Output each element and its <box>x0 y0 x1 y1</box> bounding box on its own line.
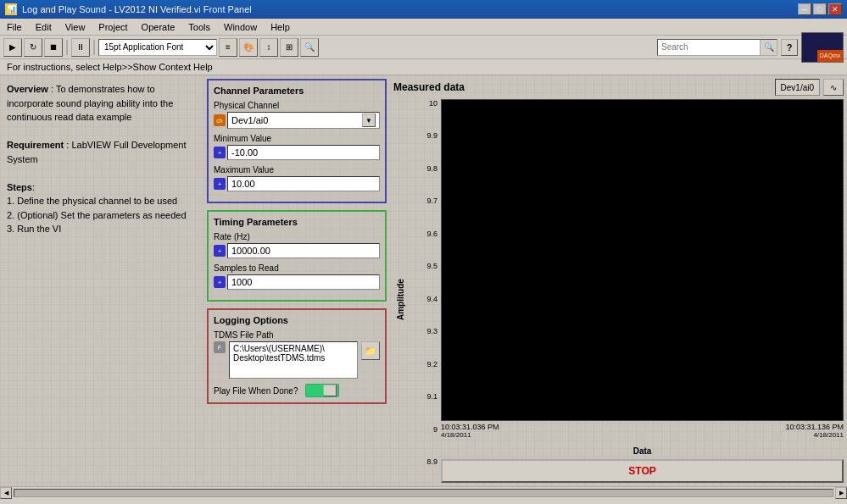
channel-icon: ch <box>214 114 226 126</box>
samples-row: + 1000 <box>214 274 380 290</box>
step-1: 1. Define the physical channel to be use… <box>7 194 197 208</box>
physical-channel-label: Physical Channel <box>214 101 380 110</box>
scroll-left-button[interactable]: ◀ <box>0 487 12 499</box>
toolbar-separator-2 <box>93 40 95 55</box>
window-icon: 📊 <box>5 3 17 15</box>
zoom-btn[interactable]: 🔍 <box>300 38 319 57</box>
samples-input[interactable]: 1000 <box>227 274 380 290</box>
overview-label: Overview <box>7 84 48 94</box>
context-text: For instructions, select Help>>Show Cont… <box>7 62 213 72</box>
tdms-label: TDMS File Path <box>214 330 380 340</box>
x-axis: 10:03:31.036 PM 4/18/2011 10:03:31.136 P… <box>441 421 844 446</box>
pause-button[interactable]: ⏸ <box>71 38 90 57</box>
toolbar-separator-1 <box>66 40 68 55</box>
timing-params-title: Timing Parameters <box>214 217 380 227</box>
font-selector[interactable]: 15pt Application Font <box>98 39 217 56</box>
numeric-icon-min: + <box>214 147 226 158</box>
run-button[interactable]: ▶ <box>3 38 22 57</box>
physical-channel-row: ch Dev1/ai0 ▼ <box>214 112 380 129</box>
numeric-icon-max: + <box>214 178 226 190</box>
toolbar: ▶ ↻ ⏹ ⏸ 15pt Application Font ≡ 🎨 ↕ ⊞ 🔍 … <box>0 36 847 59</box>
menu-help[interactable]: Help <box>264 21 297 33</box>
rate-label: Rate (Hz) <box>214 232 380 241</box>
help-button[interactable]: ? <box>781 39 798 56</box>
numeric-icon-samples: + <box>214 276 226 288</box>
abort-button[interactable]: ⏹ <box>44 38 63 57</box>
dropdown-arrow-icon[interactable]: ▼ <box>362 114 376 127</box>
folder-browse-button[interactable]: 📁 <box>361 341 380 360</box>
tdms-path-input[interactable]: C:\Users\(USERNAME)\ Desktop\testTDMS.td… <box>229 341 358 379</box>
chart-channel-info: Dev1/ai0 ∿ <box>775 79 844 96</box>
text-align-button[interactable]: ≡ <box>219 38 237 57</box>
menu-file[interactable]: File <box>0 21 29 33</box>
step-2: 2. (Optional) Set the parameters as need… <box>7 208 197 223</box>
chart-plot[interactable] <box>441 99 844 421</box>
chart-area: Amplitude 10 9.9 9.8 9.7 9.6 9.5 9.4 9.3… <box>393 99 844 483</box>
scroll-track[interactable] <box>14 489 833 497</box>
x-end-label: 10:03:31.136 PM 4/18/2011 <box>785 423 844 446</box>
menu-project[interactable]: Project <box>92 21 134 33</box>
step-3: 3. Run the VI <box>7 222 197 236</box>
samples-label: Samples to Read <box>214 263 380 273</box>
stop-button[interactable]: STOP <box>441 459 844 483</box>
menu-bar: File Edit View Project Operate Tools Win… <box>0 19 847 36</box>
center-panel: Channel Parameters Physical Channel ch D… <box>203 75 390 486</box>
menu-edit[interactable]: Edit <box>29 21 59 33</box>
min-value-row: + -10.00 <box>214 145 380 160</box>
logging-options-box: Logging Options TDMS File Path F C:\User… <box>207 308 387 404</box>
chart-header: Measured data Dev1/ai0 ∿ <box>393 79 844 96</box>
rate-input[interactable]: 10000.00 <box>227 243 380 258</box>
rate-row: + 10000.00 <box>214 243 380 258</box>
y-tick-8: 9.2 <box>426 360 437 368</box>
snap-btn[interactable]: ⊞ <box>280 38 298 57</box>
channel-params-title: Channel Parameters <box>214 86 380 96</box>
physical-channel-dropdown[interactable]: Dev1/ai0 ▼ <box>227 112 380 129</box>
search-button[interactable]: 🔍 <box>760 40 777 55</box>
tdms-path-row: F C:\Users\(USERNAME)\ Desktop\testTDMS.… <box>214 341 380 379</box>
numeric-icon-rate: + <box>214 245 226 257</box>
x-start-label: 10:03:31.036 PM 4/18/2011 <box>441 423 499 446</box>
title-bar: 📊 Log and Play Sound - LV2012 NI Verifie… <box>0 0 847 19</box>
window-title: Log and Play Sound - LV2012 NI Verified.… <box>22 4 252 14</box>
menu-operate[interactable]: Operate <box>135 21 182 33</box>
x-axis-label: Data <box>441 446 844 456</box>
y-axis: 10 9.9 9.8 9.7 9.6 9.5 9.4 9.3 9.2 9.1 9… <box>407 99 441 483</box>
y-tick-2: 9.8 <box>426 164 437 173</box>
search-input[interactable] <box>658 40 760 55</box>
max-value-input[interactable]: 10.00 <box>227 176 380 191</box>
description-box: Overview : To demonstrates how to incorp… <box>7 82 197 236</box>
close-button[interactable]: ✕ <box>828 3 842 15</box>
max-value-label: Maximum Value <box>214 165 380 174</box>
y-tick-1: 9.9 <box>426 131 437 140</box>
minimize-button[interactable]: ─ <box>798 3 811 15</box>
y-tick-7: 9.3 <box>426 327 437 335</box>
play-toggle[interactable] <box>305 384 339 397</box>
play-label: Play File When Done? <box>214 386 298 396</box>
y-tick-5: 9.5 <box>426 262 437 270</box>
preview-label: DAQmx <box>817 50 843 62</box>
run-continuously-button[interactable]: ↻ <box>24 38 42 57</box>
more-btn[interactable]: ↕ <box>259 38 278 57</box>
menu-view[interactable]: View <box>59 21 92 33</box>
maximize-button[interactable]: □ <box>813 3 827 15</box>
y-tick-11: 8.9 <box>426 457 437 466</box>
waveform-button[interactable]: ∿ <box>823 79 844 96</box>
window-controls: ─ □ ✕ <box>798 3 842 15</box>
menu-window[interactable]: Window <box>217 21 264 33</box>
color-btn[interactable]: 🎨 <box>239 38 258 57</box>
play-row: Play File When Done? <box>214 384 380 397</box>
preview-thumbnail: DAQmx <box>801 32 844 63</box>
logging-options-title: Logging Options <box>214 315 380 325</box>
y-axis-label: Amplitude <box>393 99 407 483</box>
menu-tools[interactable]: Tools <box>181 21 217 33</box>
scroll-right-button[interactable]: ▶ <box>835 487 847 499</box>
y-tick-9: 9.1 <box>426 392 437 401</box>
y-tick-6: 9.4 <box>426 295 437 303</box>
steps-label: Steps: <box>7 180 197 195</box>
left-panel: Overview : To demonstrates how to incorp… <box>0 75 203 486</box>
y-tick-3: 9.7 <box>426 197 437 205</box>
y-tick-10: 9 <box>433 425 437 434</box>
max-value-row: + 10.00 <box>214 176 380 191</box>
min-value-input[interactable]: -10.00 <box>227 145 380 160</box>
y-tick-4: 9.6 <box>426 230 437 238</box>
